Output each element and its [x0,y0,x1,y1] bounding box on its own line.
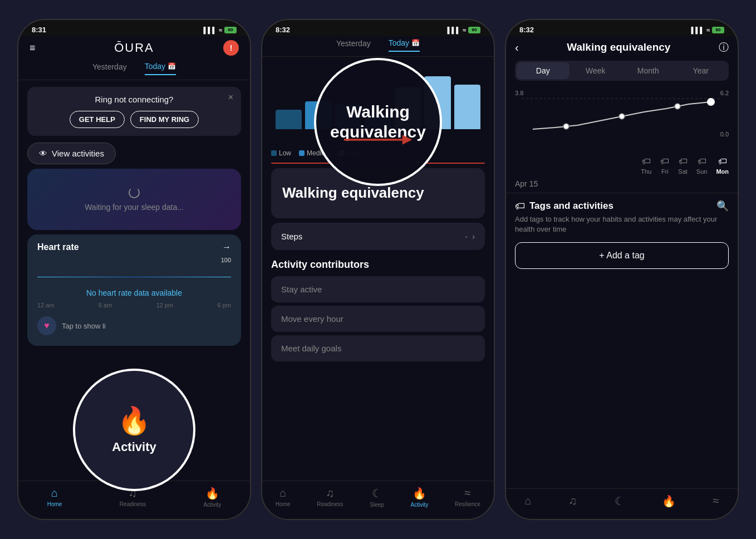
activity-circle-label: Activity [112,440,156,454]
calendar-icon: 📅 [168,62,176,70]
heart-header: Heart rate → [37,242,231,252]
nav-home[interactable]: ⌂ Home [47,487,62,508]
back-button[interactable]: ‹ [515,41,519,54]
contributor-stay-active[interactable]: Stay active [271,276,485,302]
bottom-nav-3: ⌂ ♫ ☾ 🔥 ≈ [506,488,738,519]
day-fri: 🏷 Fri [660,156,669,175]
home-icon: ⌂ [51,487,58,499]
tags-title-row: 🏷 Tags and activities [515,200,613,212]
contributor-meet-goals[interactable]: Meet daily goals [271,335,485,361]
search-icon[interactable]: 🔍 [716,200,729,212]
bar-1 [276,110,302,129]
menu-icon[interactable]: ≡ [30,42,36,54]
tags-description: Add tags to track how your habits and ac… [515,214,729,234]
signal-3: ▌▌▌ ≈ 80 [691,27,724,33]
nav-resilience-3[interactable]: ≈ [713,494,719,508]
find-ring-button[interactable]: FIND MY RING [130,111,199,128]
tag-mon-icon: 🏷 [718,156,727,166]
period-tab-day[interactable]: Day [517,62,570,79]
oura-logo: ŌURA [114,41,154,55]
nav-readiness-2[interactable]: ♫ Readiness [317,487,343,508]
battery-icon-2: 80 [468,27,480,33]
tab-today-1[interactable]: Today 📅 [145,62,176,75]
signal-bars-icon-2: ▌▌▌ [448,27,460,33]
close-icon[interactable]: × [228,92,233,102]
nav-activity-3[interactable]: 🔥 [662,494,676,508]
nav-resilience[interactable]: ≈ Resilience [455,487,480,508]
contributor-move-every-hour[interactable]: Move every hour [271,306,485,332]
day-mon-label: Mon [716,168,729,175]
view-activities-button[interactable]: 👁 View activities [27,143,116,164]
tags-title: Tags and activities [529,200,613,212]
phone2-wrapper: 8:32 ▌▌▌ ≈ 80 Yesterday Today 📅 [261,19,495,520]
info-icon[interactable]: ⓘ [719,41,729,54]
readiness-icon-2: ♫ [326,487,334,499]
tag-thu-icon: 🏷 [642,156,651,166]
nav-sleep-3[interactable]: ☾ [615,494,625,508]
tab-row-1: Yesterday Today 📅 [18,60,250,80]
wifi-icon: ≈ [219,27,222,33]
flame-icon-large: 🔥 [117,405,151,437]
steps-row[interactable]: Steps - › [271,223,485,250]
battery-icon: 80 [224,27,237,33]
svg-point-3 [563,124,569,129]
signal-bars-icon: ▌▌▌ [204,27,217,33]
heart-max-value: 100 [37,257,231,263]
date-label: Apr 15 [506,175,738,193]
phone3-wrapper: 8:32 ▌▌▌ ≈ 80 ‹ Walking equivalency ⓘ Da… [505,19,739,520]
tab-today-2[interactable]: Today 📅 [389,38,420,52]
sleep-message: Waiting for your sleep data... [85,203,184,212]
status-bar-1: 8:31 ▌▌▌ ≈ 80 [18,20,250,36]
day-thu: 🏷 Thu [641,156,651,175]
day-fri-label: Fri [661,168,669,175]
time-2: 8:32 [276,26,290,34]
nav-activity-2[interactable]: 🔥 Activity [411,487,429,508]
heart-arrow-icon[interactable]: → [222,242,231,252]
tags-section: 🏷 Tags and activities 🔍 Add tags to trac… [506,193,738,276]
calendar-icon-2: 📅 [411,39,420,47]
day-sat-label: Sat [678,168,688,175]
period-tab-week[interactable]: Week [570,62,622,79]
nav-readiness-3[interactable]: ♫ [569,494,577,508]
sleep-icon: ☾ [372,487,382,500]
phone2: 8:32 ▌▌▌ ≈ 80 Yesterday Today 📅 [261,19,495,520]
wifi-icon-3: ≈ [706,27,710,33]
phone3: 8:32 ▌▌▌ ≈ 80 ‹ Walking equivalency ⓘ Da… [505,19,739,520]
line-chart-svg [515,87,729,138]
notification-badge[interactable]: ! [223,40,239,56]
nav-home-3[interactable]: ⌂ [524,494,531,508]
heart-flat-line [37,277,231,277]
time-3: 8:32 [519,26,534,34]
day-thu-label: Thu [641,168,651,175]
low-dot [271,150,277,156]
alert-buttons: GET HELP FIND MY RING [36,111,232,128]
nav-home-label-2: Home [276,501,291,507]
tag-icon: 🏷 [515,200,525,212]
walking-eq-text: Walking equivalency [282,184,424,202]
tab-yesterday-1[interactable]: Yesterday [92,62,127,75]
svg-point-5 [675,104,680,109]
signal-2: ▌▌▌ ≈ 80 [448,27,480,33]
legend-low-label: Low [279,149,291,157]
battery-icon-3: 80 [712,27,724,33]
svg-point-6 [708,99,714,105]
nav-bar-1: ≡ ŌURA ! [18,36,250,60]
period-tab-year[interactable]: Year [675,62,728,79]
walking-eq-circle-overlay: Walkingequivalency [314,58,442,186]
steps-arrow: › [472,232,475,241]
detail-title: Walking equivalency [567,41,670,53]
loading-spinner [129,187,140,198]
readiness-icon-3: ♫ [569,494,577,507]
steps-value: - [465,232,468,241]
get-help-button[interactable]: GET HELP [70,111,125,128]
add-tag-button[interactable]: + Add a tag [515,242,729,269]
period-tab-month[interactable]: Month [622,62,675,79]
activity-icon-2: 🔥 [413,487,426,500]
nav-home-2[interactable]: ⌂ Home [276,487,291,508]
nav-sleep-2[interactable]: ☾ Sleep [370,487,384,508]
tab-row-2: Yesterday Today 📅 [262,36,494,57]
nav-activity-1[interactable]: 🔥 Activity [204,487,222,508]
tab-yesterday-2[interactable]: Yesterday [336,38,371,52]
tag-fri-icon: 🏷 [660,156,669,166]
nav-activity-label-2: Activity [411,502,429,508]
